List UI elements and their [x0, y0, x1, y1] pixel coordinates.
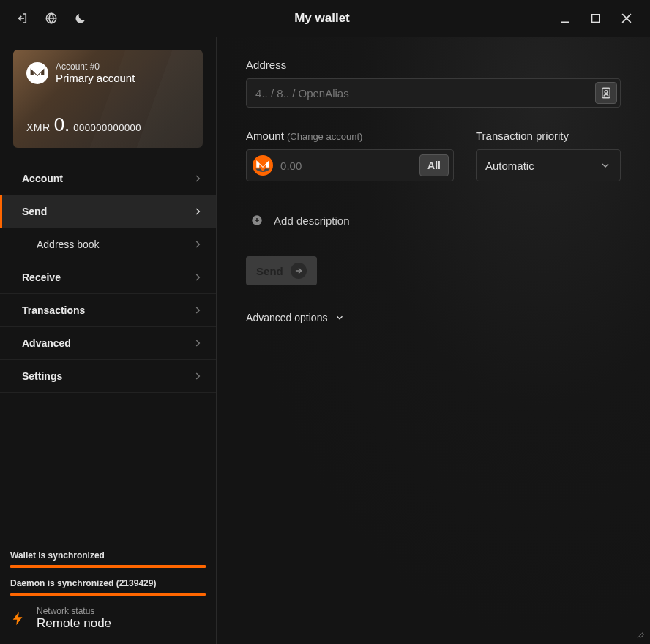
chevron-right-icon	[193, 338, 203, 348]
amount-all-button[interactable]: All	[419, 154, 449, 176]
maximize-button[interactable]	[587, 10, 605, 27]
window-title: My wallet	[88, 11, 556, 26]
svg-point-8	[253, 156, 272, 175]
svg-rect-2	[592, 15, 600, 23]
nav-transactions[interactable]: Transactions	[0, 294, 216, 327]
advanced-options-toggle[interactable]: Advanced options	[246, 312, 621, 323]
daemon-sync-label: Daemon is synchronized (2139429)	[10, 578, 206, 588]
account-name: Primary account	[56, 72, 135, 84]
balance-currency: XMR	[26, 121, 51, 133]
main-panel: Address Amount (Change account) All	[217, 37, 650, 644]
send-button[interactable]: Send	[246, 256, 317, 285]
account-number: Account #0	[56, 61, 135, 72]
wallet-sync-label: Wallet is synchronized	[10, 550, 206, 561]
nav-label: Receive	[22, 272, 61, 283]
svg-point-5	[27, 62, 48, 83]
sidebar: Account #0 Primary account XMR 0. 000000…	[0, 37, 217, 644]
nav-label: Address book	[37, 239, 100, 250]
plus-circle-icon	[250, 214, 264, 227]
add-description-label: Add description	[274, 214, 349, 227]
network-status-label: Network status	[37, 606, 111, 616]
address-input[interactable]	[255, 87, 595, 100]
priority-value: Automatic	[485, 160, 599, 172]
network-status-value: Remote node	[37, 616, 111, 631]
add-description-button[interactable]: Add description	[246, 214, 621, 227]
chevron-down-icon	[335, 312, 345, 323]
nav-label: Account	[22, 173, 63, 184]
daemon-sync-bar	[10, 593, 206, 596]
nav-advanced[interactable]: Advanced	[0, 327, 216, 360]
priority-select[interactable]: Automatic	[476, 149, 621, 181]
wallet-sync-bar	[10, 565, 206, 568]
send-button-label: Send	[256, 265, 283, 277]
nav-label: Advanced	[22, 337, 71, 349]
arrow-right-circle-icon	[291, 263, 307, 279]
balance-fraction: 000000000000	[73, 122, 141, 133]
address-label: Address	[246, 59, 621, 71]
nav-send[interactable]: Send	[0, 195, 216, 228]
moon-icon[interactable]	[73, 11, 88, 26]
chevron-right-icon	[193, 305, 203, 315]
chevron-right-icon	[193, 173, 203, 184]
nav-address-book[interactable]: Address book	[0, 228, 216, 261]
nav-label: Settings	[22, 370, 62, 382]
nav-account[interactable]: Account	[0, 162, 216, 195]
close-button[interactable]	[618, 10, 635, 27]
monero-icon	[253, 155, 273, 176]
resize-grip[interactable]	[634, 628, 646, 640]
nav-receive[interactable]: Receive	[0, 261, 216, 294]
nav-label: Send	[22, 206, 47, 217]
amount-input[interactable]	[280, 160, 419, 172]
svg-point-7	[605, 91, 608, 94]
globe-icon[interactable]	[44, 11, 59, 26]
balance-integer: 0.	[54, 113, 70, 136]
lightning-icon	[10, 609, 26, 628]
amount-label: Amount (Change account)	[246, 130, 454, 142]
minimize-button[interactable]	[556, 10, 574, 27]
chevron-right-icon	[193, 239, 203, 250]
nav-label: Transactions	[22, 304, 85, 316]
balance: XMR 0. 000000000000	[26, 113, 190, 136]
account-card[interactable]: Account #0 Primary account XMR 0. 000000…	[13, 50, 203, 148]
chevron-right-icon	[193, 206, 203, 217]
logout-icon[interactable]	[15, 11, 29, 26]
chevron-down-icon	[599, 160, 611, 171]
chevron-right-icon	[193, 371, 203, 381]
address-book-button[interactable]	[595, 82, 617, 104]
nav-settings[interactable]: Settings	[0, 360, 216, 393]
network-status[interactable]: Network status Remote node	[10, 606, 206, 631]
priority-label: Transaction priority	[476, 130, 621, 142]
advanced-options-label: Advanced options	[246, 312, 327, 323]
chevron-right-icon	[193, 272, 203, 282]
change-account-link[interactable]: (Change account)	[287, 131, 362, 142]
monero-logo-icon	[26, 62, 48, 84]
